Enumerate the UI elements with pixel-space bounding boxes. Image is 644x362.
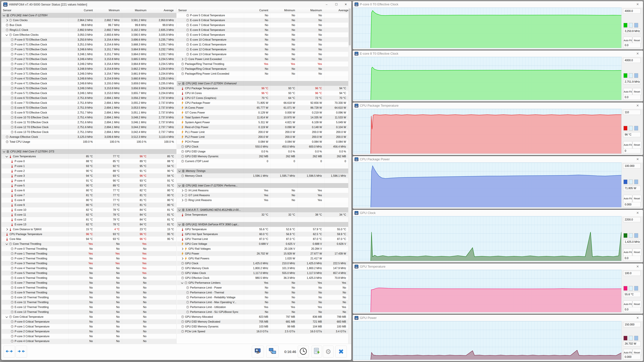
close-icon[interactable]: ✕ [634,50,641,57]
sensor-row[interactable]: P-core 290 °C88 °C91 °C90 °C [2,168,176,173]
sensor-row[interactable]: E-core 6 Critical TemperatureNoNoNo [177,18,348,23]
series-color-swatch[interactable] [624,73,628,78]
sensor-row[interactable]: P-core 3 T1 Effective Clock3,249.3 MHz3,… [2,71,176,76]
sensor-row[interactable]: Performance Limit - SLI GPUBoost SyncNoN… [177,310,348,314]
sensor-row[interactable]: PCH Power0.084 W0.084 W0.084 W0.084 W [177,139,348,144]
column-sensor[interactable]: Sensor [3,8,12,13]
chevron-down-icon[interactable] [178,82,181,84]
series-color-swatch[interactable] [624,336,628,340]
sensor-row[interactable]: E-core 9 Critical TemperatureNoNoNo [177,32,348,37]
sensor-row[interactable]: P-core 491 °C90 °C93 °C91 °C [2,178,176,183]
sensor-row[interactable]: Average Effective Clock3,125.0 MHz3,039.… [2,134,176,139]
sensor-row[interactable]: E-core 7 Critical TemperatureNoNoNo [177,23,348,27]
sensor-row[interactable]: P-core 5 Thermal ThrottlingNoNoYes [2,271,176,276]
graph-plot[interactable] [353,7,622,48]
sensor-row[interactable]: PL1 Power Limit200.0 W200.0 W200.0 W200.… [177,130,348,134]
sensor-row[interactable]: E-core 8 T0 Effective Clock2,751.9 MHz2,… [2,105,176,110]
close-icon[interactable]: ✕ [634,156,641,162]
expand-columns-button[interactable] [4,346,15,358]
sensor-row[interactable]: Core Power Limit ExceededNoNoNo [177,57,348,61]
graph-title-bar[interactable]: GPU Temperature✕ [353,263,643,270]
sensor-section-row[interactable]: Memory Timings [177,168,348,173]
report-button[interactable] [312,346,322,358]
chevron-down-icon[interactable] [178,208,181,211]
sensor-row[interactable]: E-core 7 Thermal ThrottlingNoNoNo [2,280,176,285]
sensor-row[interactable]: Performance Limit - PowerNoNoNoNo [177,285,348,290]
sensor-row[interactable]: Performance Limit - ThermalNoNoNoNo [177,290,348,295]
series-color-swatch[interactable] [624,286,628,291]
sensor-row[interactable]: P-core 2 Critical TemperatureNoNoNo [2,329,176,334]
auto-fit-button[interactable]: Auto Fit [623,195,632,202]
sensor-row[interactable]: Drive Temperature32 °C32 °C38 °C34 °C [177,212,348,217]
grid-color-swatch[interactable] [634,23,638,27]
column-average[interactable]: Average [324,8,348,13]
sensor-row[interactable]: GPU Power26.702 W15.928 W27.677 W17.439 … [177,251,348,256]
sensor-row[interactable]: P-core 5 T1 Effective Clock3,249.1 MHz3,… [2,91,176,96]
chevron-right-icon[interactable] [181,257,183,260]
sensor-row[interactable]: P-core 2 Thermal ThrottlingNoNoYes [2,256,176,261]
grid-color-swatch[interactable] [634,73,638,78]
sensor-row[interactable]: P-core 394 °C93 °C96 °C94 °C [2,173,176,178]
reset-button[interactable]: Reset [632,88,641,95]
sensor-row[interactable]: CPU IA Cores96 °C93 °C96 °C94 °C [177,91,348,96]
reset-button[interactable]: Reset [632,301,641,308]
sensor-row[interactable]: GPU Memory Clock1,800.2 MHz101.3 MHz1,80… [177,266,348,271]
auto-fit-button[interactable]: Auto Fit [623,141,632,149]
sensor-row[interactable]: E-core 781 °C77 °C81 °C80 °C [2,193,176,198]
reset-button[interactable]: Reset [632,195,641,202]
sensor-row[interactable]: GPU Clock1,425.0 MHz210.0 MHz1,425.0 MHz… [177,261,348,266]
sensor-row[interactable]: Performance Limit - UtilizationYesYesYes… [177,305,348,310]
sensor-row[interactable]: IA Cores Power65.777 W61.071 W86.728 W64… [177,105,348,110]
close-icon[interactable]: ✕ [634,102,641,109]
chevron-down-icon[interactable] [6,315,8,318]
sensor-row[interactable]: Performance Limit - Reliability VoltageN… [177,295,348,300]
auto-fit-button[interactable]: Auto Fit [623,249,632,256]
sensor-section-row[interactable]: CPU [#0]: Intel Core i7-12700H: Performa… [177,183,348,188]
sensor-row[interactable]: E-core 880 °C77 °C81 °C80 °C [2,198,176,203]
sensor-row[interactable]: P-core 0 T1 Effective Clock3,251.0 MHz3,… [2,42,176,47]
graph-title-bar[interactable]: CPU Package Power✕ [353,156,643,163]
sensor-row[interactable]: Core Distance to TjMAX15 °C4 °C23 °C15 °… [2,227,176,232]
sensor-row[interactable]: E-core 980 °C77 °C81 °C80 °C [2,203,176,207]
background-color-swatch[interactable] [629,73,633,78]
chevron-right-icon[interactable] [6,228,8,230]
column-maximum[interactable]: Maximum [122,8,146,13]
close-icon[interactable]: ✕ [634,210,641,216]
grid-color-swatch[interactable] [634,126,638,130]
sensor-row[interactable]: E-core 13 Thermal ThrottlingNoNoNo [2,310,176,314]
sensor-row[interactable]: E-core 1182 °C78 °C84 °C81 °C [2,212,176,217]
sensor-row[interactable]: GPU Core Voltage0.688 V0.625 V0.688 V0.6… [177,241,348,246]
sensor-row[interactable]: E-core 9 Thermal ThrottlingNoNoNo [2,290,176,295]
sensor-row[interactable]: GPU D3D Memory Dedicated705 MB681 MB721 … [177,319,348,324]
graph-title-bar[interactable]: CPU Package Temperature✕ [353,102,643,109]
column-maximum[interactable]: Maximum [298,8,322,13]
sensor-row[interactable]: E-core 12 T0 Effective Clock2,751.6 MHz2… [2,125,176,130]
sensor-section-row[interactable]: S.M.A.R.T.: SAMSUNG MZVL4512HBLU-00... [177,207,348,212]
sensor-row[interactable]: GPU Effective Clock980.5 MHz36.3 MHz1,42… [177,276,348,280]
sensor-row[interactable]: P-core 088 °C85 °C89 °C88 °C [2,159,176,164]
sensor-row[interactable]: Core Critical TemperatureNoNoNo [2,314,176,319]
close-icon[interactable]: ✕ [634,315,641,321]
sensor-row[interactable]: E-core 6 T0 Effective Clock2,751.8 MHz2,… [2,96,176,100]
sensor-row[interactable]: P-core 4 Thermal ThrottlingNoNoYes [2,266,176,271]
sensor-row[interactable]: E-core 10 T0 Effective Clock2,751.4 MHz2… [2,115,176,120]
sensor-row[interactable]: P-core 0 Critical TemperatureNoNoNo [2,319,176,324]
background-color-swatch[interactable] [629,126,633,130]
close-icon[interactable]: ✕ [634,1,641,7]
auto-fit-button[interactable]: Auto Fit [623,88,632,95]
sensor-row[interactable]: E-core 1281 °C78 °C84 °C81 °C [2,217,176,222]
sensor-row[interactable]: Core Max94 °C93 °C96 °C95 °C [2,237,176,241]
chevron-down-icon[interactable] [6,242,8,245]
graph-title-bar[interactable]: E-core 8 T0 Effective Clock✕ [353,50,643,57]
sensor-row[interactable]: Ring/LLC Clock2,892.9 MHz2,692.7 MHz3,19… [2,27,176,32]
sensor-row[interactable]: IA Limit ReasonsYesNoYes [177,188,348,193]
chevron-right-icon[interactable] [181,199,183,201]
sensor-row[interactable]: System Agent Power5.311 W4.821 W6.109 W5… [177,120,348,125]
sensor-row[interactable]: Total CPU Usage100.0 %100.0 %100.0 %100.… [2,139,176,144]
sensor-row[interactable]: GPU Video Clock1,117.0 MHz555.0 MHz1,117… [177,271,348,276]
graph-plot[interactable] [353,270,622,312]
sensor-row[interactable]: P-core 193 °C92 °C95 °C94 °C [2,164,176,168]
sensor-row[interactable]: P-core 4 Critical TemperatureNoNoNo [2,339,176,344]
sensor-row[interactable]: E-core 9 T0 Effective Clock2,751.7 MHz2,… [2,110,176,115]
sensor-row[interactable]: P-core 2 T0 Effective Clock3,249.4 MHz3,… [2,57,176,61]
